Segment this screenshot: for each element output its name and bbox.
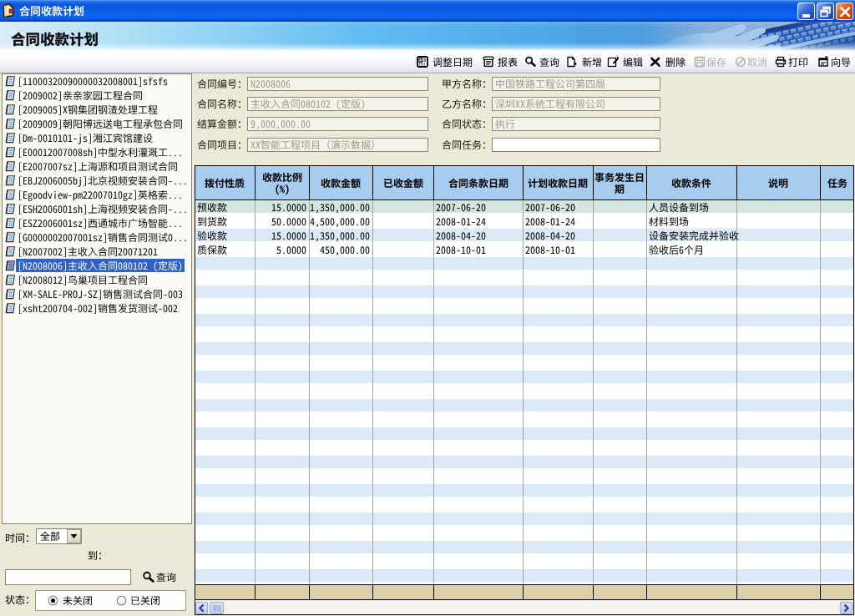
svg-text:1: 1 bbox=[420, 58, 422, 63]
